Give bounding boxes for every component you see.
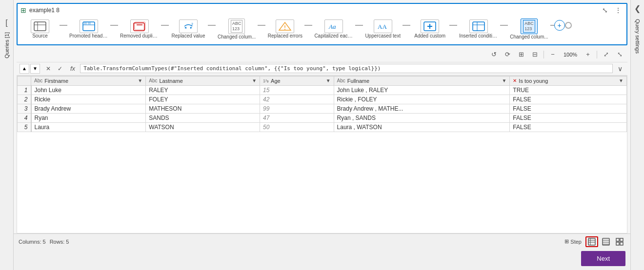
data-grid: Abc Firstname ▼ Abc Lastname ▼ [17,76,627,132]
step-changed-col1-icon: ABC123 [231,20,243,33]
active-view-icon [588,238,596,246]
columns-view-button[interactable]: ⊞ [515,49,527,60]
svg-text:2: 2 [191,22,193,26]
step-capitalized-icon-wrap: Aa [324,19,343,33]
step-inserted-conditional[interactable]: Inserted conditio... [457,19,500,39]
firstname-col-name: Firstname [44,78,68,84]
step-icon: ⊞ [564,238,569,245]
next-button[interactable]: Next [581,251,625,266]
svg-rect-34 [620,242,623,245]
queries-bracket: [ [5,19,7,27]
step-changed-col2-icon: ABC123 [523,20,535,33]
step-changed-col2[interactable]: ABC123 Changed colum... [508,18,550,40]
step-label: Step [570,239,582,245]
lastname-filter-icon[interactable]: ▼ [252,78,257,83]
formula-expand-icon[interactable]: ∨ [616,64,624,74]
formula-nav: ▲ ▼ [20,64,40,74]
step-promoted-icon-wrap [80,19,98,33]
step-replaced-value[interactable]: 2 Replaced value [169,19,208,39]
connector-8 [402,25,410,26]
age-filter-icon[interactable]: ▼ [326,78,331,83]
formula-bar: ▲ ▼ ✕ ✓ fx ∨ [17,62,627,76]
schema-view-button[interactable]: ⊟ [529,49,541,60]
fullname-cell-1: John Luke , RALEY [334,85,510,95]
fullname-cell-4: Ryan , SANDS [334,113,510,122]
istooyoung-filter-icon[interactable]: ▼ [619,78,624,83]
col-header-lastname[interactable]: Abc Lastname ▼ [146,76,260,85]
step-replaced-value-label: Replaced value [172,33,205,39]
zoom-divider-2 [597,51,597,58]
step-replaced-errors[interactable]: Replaced errors [265,19,304,39]
formula-nav-down[interactable]: ▼ [30,64,40,74]
fullname-filter-icon[interactable]: ▼ [502,78,506,83]
table-row: 1 John Luke RALEY 15 John Luke , RALEY T… [18,85,627,95]
query-title: ⊞ example1 8 [20,6,60,14]
step-button[interactable]: ⊞ Step [563,237,584,246]
inserted-step-icon [472,21,485,32]
columns-count: Columns: 5 [19,239,46,245]
svg-rect-31 [616,238,619,241]
add-step-button[interactable]: + [554,20,565,31]
table-body: 1 John Luke RALEY 15 John Luke , RALEY T… [18,85,627,132]
istooyoung-cell-4: FALSE [510,113,627,122]
connector-7 [355,25,363,26]
query-settings-label[interactable]: Query settings [635,19,641,54]
col-header-age[interactable]: 1²₃ Age ▼ [260,76,334,85]
col-header-firstname[interactable]: Abc Firstname ▼ [31,76,146,85]
svg-rect-32 [620,238,623,241]
steps-pipeline: Source Promoted headers [20,17,624,41]
table-row: 3 Brady Andrew MATHESON 99 Brady Andrew … [18,104,627,113]
grid-view-button[interactable] [614,237,625,247]
redo-button[interactable]: ⟳ [502,49,513,60]
more-options-icon[interactable]: ⋮ [613,6,624,15]
formula-input[interactable] [80,64,613,73]
step-changed-col1[interactable]: ABC123 Changed colum... [216,18,258,40]
firstname-type-icon: Abc [34,78,42,83]
formula-nav-up[interactable]: ▲ [20,64,29,74]
query-title-text: example1 8 [29,7,60,14]
istooyoung-col-name: Is too young [519,78,548,84]
queries-label: Queries [1] [4,32,10,58]
main-content: ⊞ example1 8 ⤡ ⋮ Source [14,0,630,270]
collapse-icon[interactable]: ⤡ [600,6,610,15]
svg-rect-20 [473,22,484,31]
row-num-header [18,76,31,85]
col-header-fullname[interactable]: Abc Fullname ▼ [334,76,510,85]
lastname-type-icon: Abc [149,78,157,83]
row-num-4: 4 [18,113,31,122]
right-sidebar-collapse-icon[interactable]: ❮ [634,4,641,13]
data-grid-container[interactable]: Abc Firstname ▼ Abc Lastname ▼ [17,76,627,233]
replaced-step-icon: 2 [181,21,195,32]
step-capitalized[interactable]: Aa Capitalized each ... [312,19,355,39]
shrink-view-button[interactable]: ⤡ [614,49,625,60]
step-source[interactable]: Source [20,19,60,39]
step-changed-col1-icon-wrap: ABC123 [228,19,245,34]
col-header-istooyoung[interactable]: ✕ Is too young ▼ [510,76,627,85]
added-custom-step-icon [423,21,437,32]
formula-cancel-button[interactable]: ✕ [43,64,54,74]
svg-rect-23 [588,238,595,245]
expand-view-button[interactable]: ⤢ [600,49,612,60]
connector-9 [449,25,457,26]
step-uppercased[interactable]: AA Uppercased text [363,19,402,39]
list-view-button[interactable] [600,237,612,247]
undo-button[interactable]: ↺ [488,49,500,60]
query-panel-actions: ⤡ ⋮ [600,6,624,15]
formula-confirm-button[interactable]: ✓ [55,64,65,74]
zoom-level: 100% [561,52,580,58]
zoom-in-button[interactable]: + [582,49,594,60]
firstname-filter-icon[interactable]: ▼ [138,78,142,83]
step-uppercased-icon-wrap: AA [374,19,392,33]
step-uppercased-label: Uppercased text [365,33,401,39]
firstname-cell-2: Rickie [31,95,146,104]
table-row: 4 Ryan SANDS 47 Ryan , SANDS FALSE [18,113,627,122]
step-added-custom[interactable]: Added custom [410,19,449,39]
grid-view-icon [616,238,624,246]
istooyoung-cell-1: TRUE [510,85,627,95]
active-view-button[interactable] [585,236,598,247]
row-num-2: 2 [18,95,31,104]
zoom-out-button[interactable]: − [547,49,559,60]
step-promoted-headers[interactable]: Promoted headers [67,19,110,39]
step-removed-dup[interactable]: Removed duplic... [118,19,161,39]
connector-5 [258,25,265,26]
